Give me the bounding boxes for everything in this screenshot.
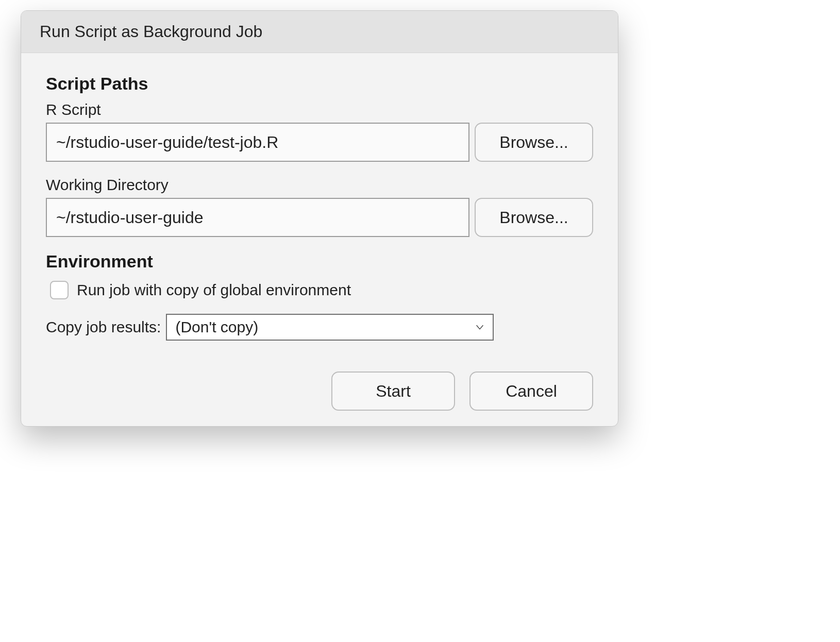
- script-paths-heading: Script Paths: [46, 74, 593, 94]
- copy-results-label: Copy job results:: [46, 318, 161, 336]
- working-dir-input[interactable]: [46, 198, 469, 237]
- working-dir-row: Browse...: [46, 198, 593, 237]
- copy-global-env-label[interactable]: Run job with copy of global environment: [77, 281, 351, 299]
- r-script-browse-button[interactable]: Browse...: [475, 123, 593, 162]
- start-button[interactable]: Start: [331, 371, 455, 411]
- copy-results-select[interactable]: (Don't copy): [166, 314, 494, 341]
- copy-results-row: Copy job results: (Don't copy): [46, 314, 593, 341]
- copy-global-env-checkbox[interactable]: [50, 281, 69, 299]
- dialog-content: Script Paths R Script Browse... Working …: [21, 53, 618, 426]
- copy-results-selected: (Don't copy): [175, 318, 258, 336]
- dialog-titlebar: Run Script as Background Job: [21, 11, 618, 53]
- working-dir-label: Working Directory: [46, 176, 593, 194]
- dialog-title: Run Script as Background Job: [40, 22, 262, 41]
- environment-heading: Environment: [46, 251, 593, 272]
- working-dir-browse-button[interactable]: Browse...: [475, 198, 593, 237]
- r-script-label: R Script: [46, 101, 593, 119]
- background-job-dialog: Run Script as Background Job Script Path…: [21, 10, 618, 427]
- r-script-input[interactable]: [46, 123, 469, 162]
- copy-global-env-row: Run job with copy of global environment: [50, 281, 593, 299]
- cancel-button[interactable]: Cancel: [469, 371, 593, 411]
- r-script-row: Browse...: [46, 123, 593, 162]
- chevron-down-icon: [474, 322, 485, 333]
- dialog-button-row: Start Cancel: [46, 361, 593, 411]
